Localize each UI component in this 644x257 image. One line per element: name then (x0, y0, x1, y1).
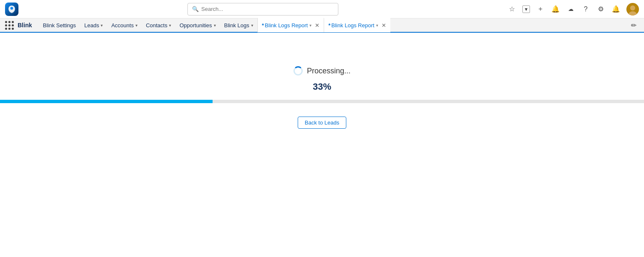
processing-label: Processing... (307, 67, 351, 75)
leads-chevron-icon: ▾ (101, 23, 103, 28)
tab-blink-logs-report-1[interactable]: * Blink Logs Report ▾ ✕ (257, 18, 324, 32)
spinner-row: Processing... (293, 66, 351, 75)
notification-bell-icon[interactable]: 🔔 (551, 5, 560, 14)
dropdown-icon[interactable]: ▼ (522, 5, 530, 13)
opportunities-chevron-icon: ▾ (214, 23, 216, 28)
top-bar-center: 🔍 (18, 3, 507, 16)
avatar[interactable] (626, 3, 639, 16)
alerts-icon[interactable]: 🔔 (611, 5, 621, 14)
top-bar: 🔍 ☆ ▼ ＋ 🔔 ☁ ? ⚙ 🔔 (0, 0, 644, 18)
contacts-chevron-icon: ▾ (169, 23, 171, 28)
loading-spinner (293, 66, 303, 75)
settings-icon[interactable]: ⚙ (596, 5, 605, 14)
top-bar-right: ☆ ▼ ＋ 🔔 ☁ ? ⚙ 🔔 (507, 3, 639, 16)
help-icon[interactable]: ? (581, 5, 590, 14)
nav-opportunities[interactable]: Opportunities ▾ (175, 18, 220, 32)
percent-label: 33% (313, 81, 331, 92)
tab2-chevron-icon: ▾ (376, 23, 378, 28)
search-icon: 🔍 (192, 6, 199, 12)
grid-icon[interactable] (3, 19, 15, 31)
nav-blink-settings[interactable]: Blink Settings (39, 18, 80, 32)
blink-logs-chevron-icon: ▾ (251, 23, 253, 28)
accounts-chevron-icon: ▾ (135, 23, 138, 28)
tab1-chevron-icon: ▾ (309, 23, 312, 28)
tab-blink-logs-report-2[interactable]: * Blink Logs Report ▾ ✕ (324, 18, 390, 32)
progress-bar-container (0, 100, 644, 103)
svg-point-3 (630, 5, 635, 10)
processing-section: Processing... 33% (293, 66, 351, 92)
nav-contacts[interactable]: Contacts ▾ (142, 18, 175, 32)
progress-bar-fill (0, 100, 213, 103)
top-bar-left (5, 3, 18, 16)
svg-point-1 (10, 7, 13, 10)
tab1-close-icon[interactable]: ✕ (315, 22, 319, 29)
plus-icon[interactable]: ＋ (536, 5, 545, 14)
nav-blink-logs[interactable]: Blink Logs ▾ (220, 18, 257, 32)
search-box[interactable]: 🔍 (187, 3, 338, 16)
app-name-label[interactable]: Blink (18, 22, 32, 29)
app-logo[interactable] (5, 3, 18, 16)
search-input[interactable] (201, 6, 334, 12)
nav-accounts[interactable]: Accounts ▾ (107, 18, 141, 32)
tab2-close-icon[interactable]: ✕ (382, 22, 386, 29)
star-icon[interactable]: ☆ (507, 5, 517, 14)
nav-leads[interactable]: Leads ▾ (80, 18, 107, 32)
salesforce-logo-icon[interactable]: ☁ (566, 5, 575, 14)
nav-bar: Blink Blink Settings Leads ▾ Accounts ▾ … (0, 18, 644, 33)
back-to-leads-button[interactable]: Back to Leads (298, 117, 346, 129)
dot-grid-icon (5, 21, 14, 30)
edit-nav-icon[interactable]: ✏ (627, 21, 641, 29)
main-content: Processing... 33% Back to Leads (0, 33, 644, 129)
